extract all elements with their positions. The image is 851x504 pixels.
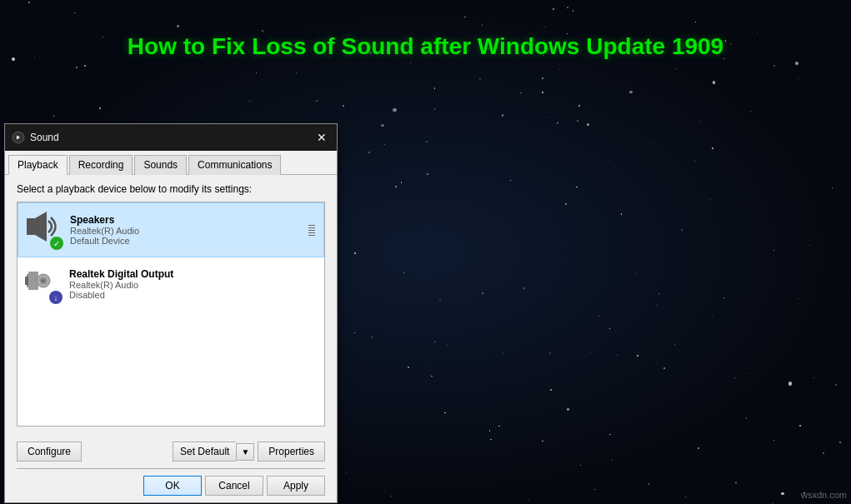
enabled-badge: ✓: [50, 237, 63, 250]
device-info-speakers: Speakers Realtek(R) Audio Default Device: [70, 214, 302, 246]
page-title: How to Fix Loss of Sound after Windows U…: [0, 33, 851, 60]
scroll-indicator: [308, 225, 318, 236]
svg-rect-4: [25, 277, 28, 285]
tab-sounds[interactable]: Sounds: [134, 155, 187, 175]
footer-row1: Configure Set Default ▼ Properties: [17, 442, 325, 462]
realtek-digital-name: Realtek Digital Output: [69, 268, 319, 280]
sound-icon: [12, 131, 25, 144]
sound-dialog: Sound ✕ Playback Recording Sounds Commun…: [4, 123, 338, 503]
speakers-status: Default Device: [70, 236, 302, 246]
footer-row2: OK Cancel Apply: [17, 468, 325, 496]
tab-recording[interactable]: Recording: [69, 155, 133, 175]
svg-marker-2: [35, 212, 47, 242]
close-button[interactable]: ✕: [313, 129, 330, 146]
svg-point-8: [43, 280, 45, 282]
cancel-button[interactable]: Cancel: [205, 476, 263, 496]
spacer: [85, 442, 169, 462]
dialog-title-bar: Sound ✕: [5, 124, 337, 151]
svg-rect-1: [27, 218, 35, 235]
watermark: wsxdn.com: [801, 490, 847, 500]
dialog-title-text: Sound: [30, 132, 308, 143]
dialog-footer: Configure Set Default ▼ Properties OK Ca…: [5, 435, 337, 502]
properties-button[interactable]: Properties: [258, 442, 325, 462]
set-default-arrow-button[interactable]: ▼: [236, 443, 254, 461]
dialog-body: Select a playback device below to modify…: [5, 175, 337, 435]
device-info-realtek-digital: Realtek Digital Output Realtek(R) Audio …: [69, 268, 319, 300]
description-text: Select a playback device below to modify…: [17, 183, 325, 195]
realtek-digital-status: Disabled: [69, 290, 319, 300]
dialog-tabs: Playback Recording Sounds Communications: [5, 151, 337, 175]
configure-button[interactable]: Configure: [17, 442, 82, 462]
tab-communications[interactable]: Communications: [188, 155, 281, 175]
tab-playback[interactable]: Playback: [8, 155, 68, 175]
device-list[interactable]: ✓ Speakers Realtek(R) Audio Default Devi…: [17, 202, 325, 427]
speakers-driver: Realtek(R) Audio: [70, 226, 302, 236]
disabled-badge: ↓: [49, 291, 63, 304]
ok-button[interactable]: OK: [143, 476, 202, 496]
realtek-digital-driver: Realtek(R) Audio: [69, 280, 319, 290]
set-default-button[interactable]: Set Default: [173, 442, 236, 462]
device-item-realtek-digital[interactable]: ↓ Realtek Digital Output Realtek(R) Audi…: [18, 257, 324, 311]
apply-button[interactable]: Apply: [267, 476, 325, 496]
realtek-digital-icon-wrap: ↓: [23, 264, 63, 304]
set-default-group: Set Default ▼: [173, 442, 254, 462]
device-item-speakers[interactable]: ✓ Speakers Realtek(R) Audio Default Devi…: [18, 202, 324, 257]
speakers-name: Speakers: [70, 214, 302, 226]
speakers-icon-wrap: ✓: [23, 210, 63, 250]
